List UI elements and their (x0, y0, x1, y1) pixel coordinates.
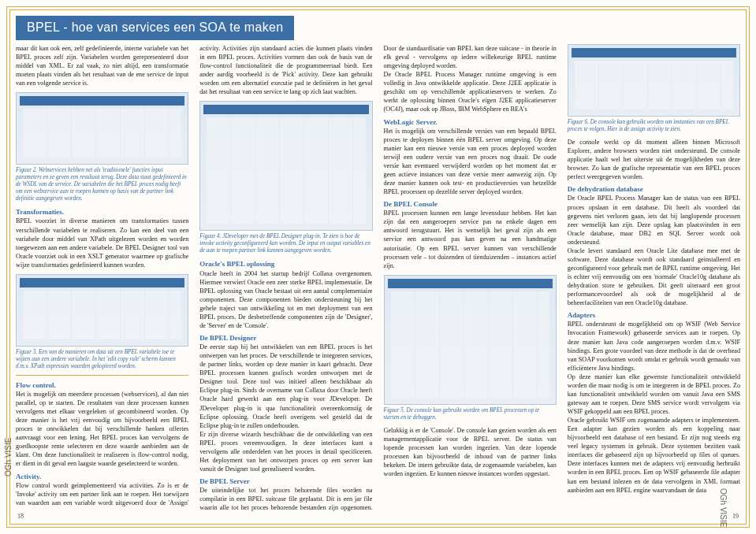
figure-5-image (384, 275, 557, 405)
heading-bpel-designer: De BPEL Designer (199, 333, 372, 343)
body-text: Op deze manier kan elke gewenste functio… (568, 373, 740, 416)
body-text: Gelukkig is er de 'Console'. De console … (384, 426, 557, 478)
body-text: De eerste stap bij het ontwikkelen van e… (199, 343, 372, 430)
figure-3-image (16, 274, 188, 347)
figure-6: Figuur 6. De console kan gebruikt worden… (568, 44, 740, 133)
figure-2-image (16, 92, 188, 165)
body-text: De Oracle BPEL Process Manager runtime o… (384, 70, 557, 113)
body-text: BPEL ondersteunt de mogelijkheid om op W… (568, 320, 740, 372)
figure-3-caption: Figuur 3. Een van de manieren om data ui… (16, 349, 188, 370)
heading-adapters: Adapters (568, 310, 740, 320)
body-text: Oracle gebruikt WSIF om zogenaamde adapt… (568, 416, 740, 495)
figure-2-caption: Figuur 2. Webservices hebben net als 'tr… (16, 167, 188, 202)
figure-4-image (199, 101, 372, 231)
figure-6-caption: Figuur 6. De console kan gebruikt worden… (568, 119, 740, 133)
figure-2: Figuur 2. Webservices hebben net als 'tr… (16, 92, 188, 202)
heading-bpel-console: De BPEL Console (384, 199, 557, 209)
body-text: Er zijn diverse wizards beschikbaar die … (199, 430, 372, 473)
body-text: De console werkt op dit moment alleen bi… (568, 138, 740, 181)
figure-5-caption: Figuur 5. De console kan gebruikt worden… (384, 407, 557, 421)
heading-bpel-server: De BPEL Server (199, 477, 372, 486)
heading-activity: Activity. (16, 472, 188, 481)
body-text: Het is mogelijk om verschillende versies… (384, 127, 557, 197)
heading-flow-control: Flow control. (16, 380, 188, 390)
figure-4: Figuur 4. JDeveloper met de BPEL Designe… (199, 101, 372, 254)
column-rule (16, 375, 188, 376)
heading-oracle-bpel: Oracle's BPEL oplossing (199, 259, 372, 269)
body-text: De Oracle BPEL Process Manager kan de st… (568, 194, 740, 246)
body-text: BPEL processen kunnen een lange levensdu… (384, 209, 557, 269)
body-text: Oracle heeft in 2004 het startup bedrijf… (199, 269, 372, 330)
heading-transformaties: Transformaties. (16, 207, 188, 217)
publication-logo-left: OGh VISIE (3, 438, 14, 477)
figure-6-image (568, 44, 740, 117)
body-text: maar dit kan ook een, zelf gedefinieerde… (16, 44, 188, 87)
body-text: BPEL voorziet in diverse manieren om tra… (16, 217, 188, 269)
body-text: Het is mogelijk om meerdere processen (w… (16, 390, 188, 469)
figure-3: Figuur 3. Een van de manieren om data ui… (16, 274, 188, 370)
figure-5: Figuur 5. De console kan gebruikt worden… (384, 275, 557, 421)
page-title: BPEL - hoe van services een SOA te maken (16, 16, 294, 40)
article-body: maar dit kan ook een, zelf gedefinieerde… (16, 44, 740, 515)
heading-dehydration: De dehydration database (568, 184, 740, 194)
heading-weblogic: WebLogic Server. (384, 117, 557, 127)
body-text: Oracle levert standaard een Oracle Lite … (568, 247, 740, 307)
figure-4-caption: Figuur 4. JDeveloper met de BPEL Designe… (199, 233, 372, 254)
